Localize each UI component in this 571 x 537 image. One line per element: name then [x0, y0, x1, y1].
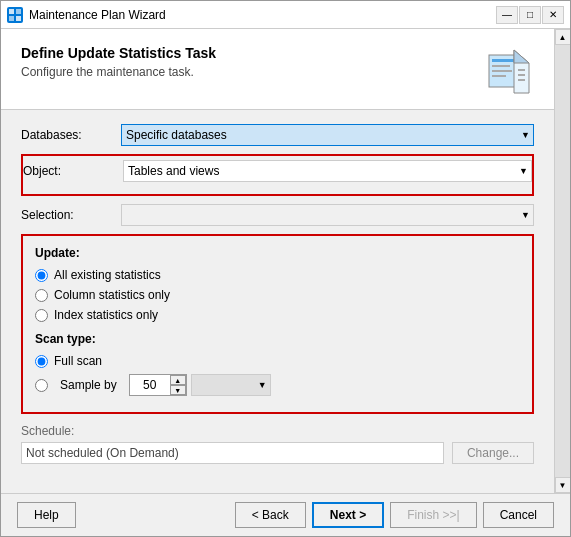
svg-rect-2: [9, 16, 14, 21]
databases-row: Databases: Specific databases: [21, 124, 534, 146]
databases-select[interactable]: Specific databases: [121, 124, 534, 146]
page-subtitle: Configure the maintenance task.: [21, 65, 216, 79]
databases-control: Specific databases: [121, 124, 534, 146]
update-box: Update: All existing statistics Column s…: [21, 234, 534, 414]
header-section: Define Update Statistics Task Configure …: [1, 29, 554, 110]
radio-all-statistics[interactable]: All existing statistics: [35, 268, 520, 282]
selection-select[interactable]: [121, 204, 534, 226]
spinner-up-button[interactable]: ▲: [170, 375, 186, 385]
radio-column-input[interactable]: [35, 289, 48, 302]
minimize-button[interactable]: —: [496, 6, 518, 24]
radio-all-input[interactable]: [35, 269, 48, 282]
radio-sample-by[interactable]: Sample by ▲ ▼: [35, 374, 520, 396]
radio-all-label: All existing statistics: [54, 268, 161, 282]
form-body: Databases: Specific databases Object:: [1, 110, 554, 493]
svg-rect-1: [16, 9, 21, 14]
radio-full-scan-label: Full scan: [54, 354, 102, 368]
schedule-row: Change...: [21, 442, 534, 464]
svg-marker-10: [514, 50, 529, 63]
spinner-down-button[interactable]: ▼: [170, 385, 186, 395]
object-select-wrapper: Tables and views: [123, 160, 532, 182]
update-label: Update:: [35, 246, 520, 260]
svg-rect-7: [492, 70, 512, 72]
scan-section: Scan type: Full scan Sample by: [35, 332, 520, 396]
svg-rect-5: [492, 59, 514, 62]
radio-sample-input[interactable]: [35, 379, 48, 392]
schedule-label: Schedule:: [21, 424, 534, 438]
header-text: Define Update Statistics Task Configure …: [21, 45, 216, 79]
sample-spinner: ▲ ▼: [129, 374, 187, 396]
object-row: Object: Tables and views: [23, 158, 532, 184]
object-control: Tables and views: [123, 160, 532, 182]
radio-index-statistics[interactable]: Index statistics only: [35, 308, 520, 322]
maximize-button[interactable]: □: [519, 6, 541, 24]
svg-rect-8: [492, 75, 506, 77]
footer-left: Help: [17, 502, 76, 528]
object-row-wrapper: Object: Tables and views: [21, 154, 534, 196]
content-area: Define Update Statistics Task Configure …: [1, 29, 570, 493]
finish-button[interactable]: Finish >>|: [390, 502, 476, 528]
spinner-buttons: ▲ ▼: [170, 375, 186, 395]
svg-rect-0: [9, 9, 14, 14]
radio-full-scan-input[interactable]: [35, 355, 48, 368]
radio-column-statistics[interactable]: Column statistics only: [35, 288, 520, 302]
svg-rect-12: [518, 74, 525, 76]
object-label: Object:: [23, 164, 123, 178]
window-controls: — □ ✕: [496, 6, 564, 24]
schedule-input[interactable]: [21, 442, 444, 464]
databases-select-wrapper: Specific databases: [121, 124, 534, 146]
radio-index-label: Index statistics only: [54, 308, 158, 322]
svg-rect-11: [518, 69, 525, 71]
window-title: Maintenance Plan Wizard: [29, 8, 496, 22]
wizard-icon: [484, 45, 534, 95]
scan-label: Scan type:: [35, 332, 520, 346]
scrollbar: ▲ ▼: [554, 29, 570, 493]
app-icon: [7, 7, 23, 23]
object-select[interactable]: Tables and views: [123, 160, 532, 182]
svg-rect-3: [16, 16, 21, 21]
selection-row: Selection:: [21, 204, 534, 226]
footer-right: < Back Next > Finish >>| Cancel: [235, 502, 554, 528]
svg-rect-6: [492, 65, 510, 67]
scroll-track: [555, 45, 570, 477]
radio-sample-label: Sample by: [60, 378, 117, 392]
main-panel: Define Update Statistics Task Configure …: [1, 29, 554, 493]
main-window: Maintenance Plan Wizard — □ ✕ Define Upd…: [0, 0, 571, 537]
footer: Help < Back Next > Finish >>| Cancel: [1, 493, 570, 536]
title-bar: Maintenance Plan Wizard — □ ✕: [1, 1, 570, 29]
page-title: Define Update Statistics Task: [21, 45, 216, 61]
next-button[interactable]: Next >: [312, 502, 384, 528]
schedule-section: Schedule: Change...: [21, 424, 534, 464]
radio-full-scan[interactable]: Full scan: [35, 354, 520, 368]
cancel-button[interactable]: Cancel: [483, 502, 554, 528]
help-button[interactable]: Help: [17, 502, 76, 528]
selection-select-wrapper: [121, 204, 534, 226]
sample-unit-select[interactable]: [191, 374, 271, 396]
radio-index-input[interactable]: [35, 309, 48, 322]
radio-column-label: Column statistics only: [54, 288, 170, 302]
selection-label: Selection:: [21, 208, 121, 222]
scroll-down-button[interactable]: ▼: [555, 477, 571, 493]
databases-label: Databases:: [21, 128, 121, 142]
selection-control: [121, 204, 534, 226]
back-button[interactable]: < Back: [235, 502, 306, 528]
svg-rect-13: [518, 79, 525, 81]
sample-value-input[interactable]: [130, 375, 170, 395]
change-button[interactable]: Change...: [452, 442, 534, 464]
close-button[interactable]: ✕: [542, 6, 564, 24]
scroll-up-button[interactable]: ▲: [555, 29, 571, 45]
sample-unit-select-wrapper: [191, 374, 271, 396]
